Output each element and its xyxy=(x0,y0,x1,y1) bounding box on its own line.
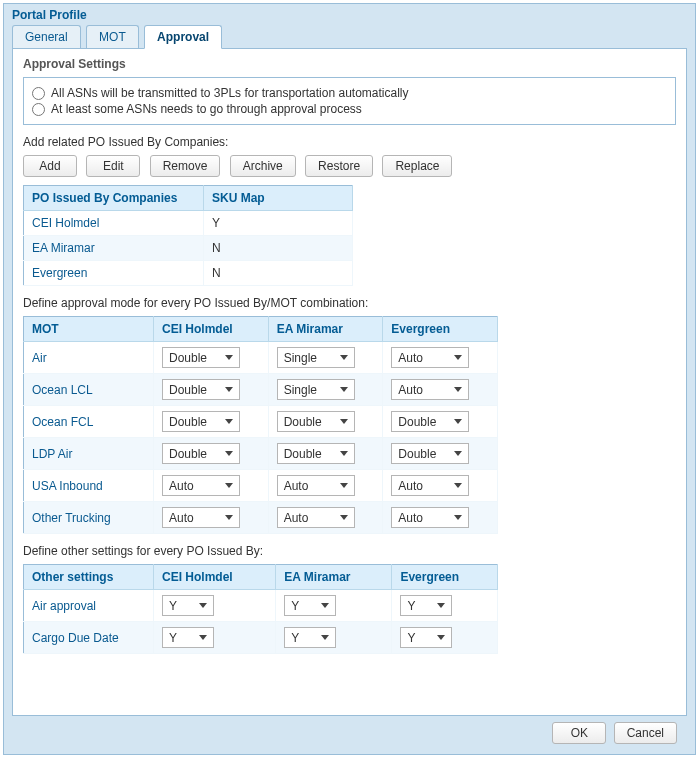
tab-general[interactable]: General xyxy=(12,25,81,48)
mode-select[interactable]: Y xyxy=(284,595,336,616)
setting-cell: Air approval xyxy=(24,590,154,622)
radio-some-input[interactable] xyxy=(32,103,45,116)
tab-approval[interactable]: Approval xyxy=(144,25,222,49)
mode-cell: Auto xyxy=(154,502,269,534)
archive-button[interactable]: Archive xyxy=(230,155,296,177)
mode-cell: Double xyxy=(154,438,269,470)
chevron-down-icon xyxy=(437,635,445,640)
chevron-down-icon xyxy=(340,387,348,392)
select-value: Double xyxy=(284,415,322,429)
mode-select[interactable]: Double xyxy=(162,443,240,464)
chevron-down-icon xyxy=(454,451,462,456)
table-row[interactable]: USA InboundAutoAutoAuto xyxy=(24,470,498,502)
replace-button[interactable]: Replace xyxy=(382,155,452,177)
tab-body-approval: Approval Settings All ASNs will be trans… xyxy=(12,48,687,716)
table-row[interactable]: Ocean LCLDoubleSingleAuto xyxy=(24,374,498,406)
mode-select[interactable]: Y xyxy=(284,627,336,648)
sku-cell: N xyxy=(204,261,353,286)
mode-cell: Auto xyxy=(383,502,498,534)
approval-mode-table: MOT CEI Holmdel EA Miramar Evergreen Air… xyxy=(23,316,498,534)
table-row[interactable]: Evergreen N xyxy=(24,261,353,286)
mode-select[interactable]: Double xyxy=(162,411,240,432)
select-value: Double xyxy=(169,415,207,429)
mode-select[interactable]: Double xyxy=(162,347,240,368)
select-value: Y xyxy=(169,631,177,645)
mode-select[interactable]: Auto xyxy=(391,379,469,400)
remove-button[interactable]: Remove xyxy=(150,155,221,177)
po-col-sku[interactable]: SKU Map xyxy=(204,186,353,211)
portal-profile-panel: Portal Profile General MOT Approval Appr… xyxy=(3,3,696,755)
mode-select[interactable]: Single xyxy=(277,347,355,368)
mode-select[interactable]: Auto xyxy=(391,347,469,368)
edit-button[interactable]: Edit xyxy=(86,155,140,177)
mode-col-c1[interactable]: EA Miramar xyxy=(268,317,383,342)
mode-cell: Single xyxy=(268,342,383,374)
tab-bar: General MOT Approval xyxy=(4,24,695,48)
select-value: Y xyxy=(169,599,177,613)
chevron-down-icon xyxy=(340,515,348,520)
chevron-down-icon xyxy=(225,483,233,488)
chevron-down-icon xyxy=(225,355,233,360)
chevron-down-icon xyxy=(437,603,445,608)
mode-cell: Double xyxy=(383,406,498,438)
mode-select[interactable]: Auto xyxy=(391,475,469,496)
mode-col-c0[interactable]: CEI Holmdel xyxy=(154,317,269,342)
mode-select[interactable]: Auto xyxy=(391,507,469,528)
mode-cell: Double xyxy=(268,406,383,438)
mode-select[interactable]: Double xyxy=(391,411,469,432)
table-row[interactable]: AirDoubleSingleAuto xyxy=(24,342,498,374)
ok-button[interactable]: OK xyxy=(552,722,606,744)
other-col-setting[interactable]: Other settings xyxy=(24,565,154,590)
mode-select[interactable]: Auto xyxy=(162,475,240,496)
table-row[interactable]: Other TruckingAutoAutoAuto xyxy=(24,502,498,534)
mode-select[interactable]: Auto xyxy=(162,507,240,528)
chevron-down-icon xyxy=(225,515,233,520)
mode-cell: Auto xyxy=(154,470,269,502)
mode-cell: Auto xyxy=(383,374,498,406)
radio-some-asns[interactable]: At least some ASNs needs to go through a… xyxy=(32,102,667,116)
table-row[interactable]: Air approvalYYY xyxy=(24,590,498,622)
mode-select[interactable]: Single xyxy=(277,379,355,400)
select-value: Y xyxy=(407,631,415,645)
mode-select[interactable]: Y xyxy=(162,627,214,648)
mode-cell: Double xyxy=(154,406,269,438)
select-value: Single xyxy=(284,351,317,365)
po-col-companies[interactable]: PO Issued By Companies xyxy=(24,186,204,211)
cancel-button[interactable]: Cancel xyxy=(614,722,677,744)
mode-cell: Double xyxy=(154,374,269,406)
mode-select[interactable]: Double xyxy=(162,379,240,400)
select-value: Auto xyxy=(398,351,423,365)
panel-title: Portal Profile xyxy=(4,4,695,24)
mode-select[interactable]: Y xyxy=(162,595,214,616)
mode-col-mot[interactable]: MOT xyxy=(24,317,154,342)
radio-all-asns[interactable]: All ASNs will be transmitted to 3PLs for… xyxy=(32,86,667,100)
mode-select[interactable]: Auto xyxy=(277,507,355,528)
dialog-footer: OK Cancel xyxy=(552,722,681,744)
restore-button[interactable]: Restore xyxy=(305,155,373,177)
table-row[interactable]: Ocean FCLDoubleDoubleDouble xyxy=(24,406,498,438)
other-col-c2[interactable]: Evergreen xyxy=(392,565,498,590)
mode-col-c2[interactable]: Evergreen xyxy=(383,317,498,342)
other-col-c0[interactable]: CEI Holmdel xyxy=(154,565,276,590)
mode-select[interactable]: Double xyxy=(391,443,469,464)
other-col-c1[interactable]: EA Miramar xyxy=(276,565,392,590)
radio-all-input[interactable] xyxy=(32,87,45,100)
table-row[interactable]: LDP AirDoubleDoubleDouble xyxy=(24,438,498,470)
sku-cell: Y xyxy=(204,211,353,236)
add-button[interactable]: Add xyxy=(23,155,77,177)
tab-mot[interactable]: MOT xyxy=(86,25,139,48)
mode-select[interactable]: Auto xyxy=(277,475,355,496)
mode-select[interactable]: Y xyxy=(400,595,452,616)
mode-select[interactable]: Double xyxy=(277,443,355,464)
table-row[interactable]: EA Miramar N xyxy=(24,236,353,261)
other-cell: Y xyxy=(276,622,392,654)
mode-select[interactable]: Y xyxy=(400,627,452,648)
mode-select[interactable]: Double xyxy=(277,411,355,432)
select-value: Double xyxy=(398,447,436,461)
chevron-down-icon xyxy=(199,635,207,640)
table-row[interactable]: CEI Holmdel Y xyxy=(24,211,353,236)
chevron-down-icon xyxy=(321,603,329,608)
table-row[interactable]: Cargo Due DateYYY xyxy=(24,622,498,654)
select-value: Y xyxy=(407,599,415,613)
select-value: Auto xyxy=(284,511,309,525)
